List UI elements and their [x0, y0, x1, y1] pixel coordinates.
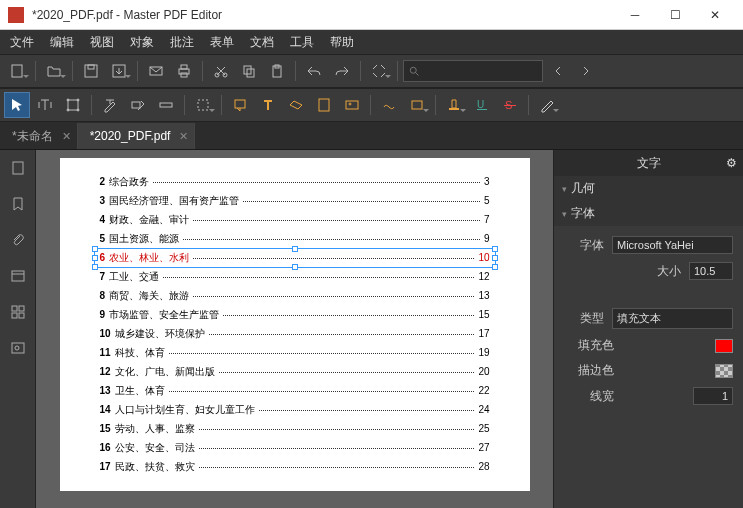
text-select-tool[interactable]: [32, 92, 58, 118]
search-input[interactable]: [403, 60, 543, 82]
menu-annotate[interactable]: 批注: [164, 32, 200, 53]
toc-line[interactable]: 6农业、林业、水利10: [100, 251, 490, 265]
open-button[interactable]: [41, 58, 67, 84]
toc-line[interactable]: 11科技、体育19: [100, 346, 490, 360]
attachments-icon[interactable]: [4, 226, 32, 254]
toolbar-tools: U S: [0, 88, 743, 122]
settings-icon[interactable]: ⚙: [726, 156, 737, 170]
save-as-button[interactable]: [106, 58, 132, 84]
svg-rect-0: [12, 65, 22, 77]
select-tool[interactable]: [4, 92, 30, 118]
rect-select-tool[interactable]: [190, 92, 216, 118]
section-geometry[interactable]: 几何: [554, 176, 743, 201]
toc-line[interactable]: 8商贸、海关、旅游13: [100, 289, 490, 303]
undo-button[interactable]: [301, 58, 327, 84]
close-icon[interactable]: ✕: [179, 130, 188, 143]
toc-line[interactable]: 17民政、扶贫、救灾28: [100, 460, 490, 474]
app-logo-icon: [8, 7, 24, 23]
menu-edit[interactable]: 编辑: [44, 32, 80, 53]
size-input[interactable]: 10.5: [689, 262, 733, 280]
paste-button[interactable]: [264, 58, 290, 84]
toc-line[interactable]: 16公安、安全、司法27: [100, 441, 490, 455]
toolbar-main: [0, 54, 743, 88]
size-label: 大小: [641, 263, 681, 280]
link-tool[interactable]: [153, 92, 179, 118]
toc-line[interactable]: 10城乡建设、环境保护17: [100, 327, 490, 341]
toc-line[interactable]: 15劳动、人事、监察25: [100, 422, 490, 436]
new-button[interactable]: [4, 58, 30, 84]
document-viewport[interactable]: 2综合政务33国民经济管理、国有资产监管54财政、金融、审计75国土资源、能源9…: [36, 150, 553, 508]
redo-button[interactable]: [329, 58, 355, 84]
search-next-button[interactable]: [573, 58, 599, 84]
menu-object[interactable]: 对象: [124, 32, 160, 53]
underline-tool[interactable]: U: [469, 92, 495, 118]
save-button[interactable]: [78, 58, 104, 84]
svg-rect-21: [160, 103, 172, 107]
svg-rect-6: [181, 65, 187, 69]
toc-line[interactable]: 13卫生、体育22: [100, 384, 490, 398]
menu-view[interactable]: 视图: [84, 32, 120, 53]
maximize-button[interactable]: ☐: [655, 1, 695, 29]
attach-tool[interactable]: [311, 92, 337, 118]
layers-icon[interactable]: [4, 298, 32, 326]
left-sidebar: [0, 150, 36, 508]
print-button[interactable]: [171, 58, 197, 84]
search-prev-button[interactable]: [545, 58, 571, 84]
menu-form[interactable]: 表单: [204, 32, 240, 53]
close-icon[interactable]: ✕: [62, 130, 71, 143]
toc-line[interactable]: 5国土资源、能源9: [100, 232, 490, 246]
minimize-button[interactable]: ─: [615, 1, 655, 29]
edit-object-tool[interactable]: [60, 92, 86, 118]
section-font[interactable]: 字体: [554, 201, 743, 226]
linewidth-label: 线宽: [564, 388, 614, 405]
fill-color-swatch[interactable]: [715, 339, 733, 353]
toc-line[interactable]: 14人口与计划生育、妇女儿童工作24: [100, 403, 490, 417]
selection-box[interactable]: [94, 248, 496, 268]
toc-line[interactable]: 9市场监管、安全生产监管15: [100, 308, 490, 322]
toc-line[interactable]: 7工业、交通12: [100, 270, 490, 284]
highlight-tool[interactable]: [441, 92, 467, 118]
toc-line[interactable]: 4财政、金融、审计7: [100, 213, 490, 227]
tab-untitled[interactable]: *未命名✕: [0, 123, 78, 149]
pencil-tool[interactable]: [376, 92, 402, 118]
zoom-button[interactable]: [366, 58, 392, 84]
signatures-icon[interactable]: [4, 262, 32, 290]
pdf-page: 2综合政务33国民经济管理、国有资产监管54财政、金融、审计75国土资源、能源9…: [60, 158, 530, 491]
svg-point-40: [15, 346, 19, 350]
svg-rect-32: [504, 105, 516, 106]
svg-text:U: U: [477, 99, 484, 110]
shape-tool[interactable]: [404, 92, 430, 118]
note-tool[interactable]: [227, 92, 253, 118]
text-tool[interactable]: [255, 92, 281, 118]
bookmarks-icon[interactable]: [4, 190, 32, 218]
linewidth-input[interactable]: 1: [693, 387, 733, 405]
toc-line[interactable]: 3国民经济管理、国有资产监管5: [100, 194, 490, 208]
title-bar: *2020_PDF.pdf - Master PDF Editor ─ ☐ ✕: [0, 0, 743, 30]
menu-document[interactable]: 文档: [244, 32, 280, 53]
stamp-tool[interactable]: [283, 92, 309, 118]
toc-line[interactable]: 2综合政务3: [100, 175, 490, 189]
stroke-color-swatch[interactable]: [715, 364, 733, 378]
window-title: *2020_PDF.pdf - Master PDF Editor: [32, 8, 615, 22]
type-select[interactable]: 填充文本: [612, 308, 733, 329]
form-edit-tool[interactable]: [125, 92, 151, 118]
sign-tool[interactable]: [534, 92, 560, 118]
svg-rect-34: [12, 271, 24, 281]
edit-text-tool[interactable]: [97, 92, 123, 118]
menu-tools[interactable]: 工具: [284, 32, 320, 53]
search-panel-icon[interactable]: [4, 334, 32, 362]
thumbnails-icon[interactable]: [4, 154, 32, 182]
font-select[interactable]: Microsoft YaHei: [612, 236, 733, 254]
close-button[interactable]: ✕: [695, 1, 735, 29]
copy-button[interactable]: [236, 58, 262, 84]
svg-rect-22: [198, 100, 208, 110]
svg-rect-35: [12, 306, 17, 311]
image-stamp-tool[interactable]: [339, 92, 365, 118]
email-button[interactable]: [143, 58, 169, 84]
menu-help[interactable]: 帮助: [324, 32, 360, 53]
strikeout-tool[interactable]: S: [497, 92, 523, 118]
toc-line[interactable]: 12文化、广电、新闻出版20: [100, 365, 490, 379]
cut-button[interactable]: [208, 58, 234, 84]
tab-2020-pdf[interactable]: *2020_PDF.pdf✕: [78, 123, 196, 149]
menu-file[interactable]: 文件: [4, 32, 40, 53]
